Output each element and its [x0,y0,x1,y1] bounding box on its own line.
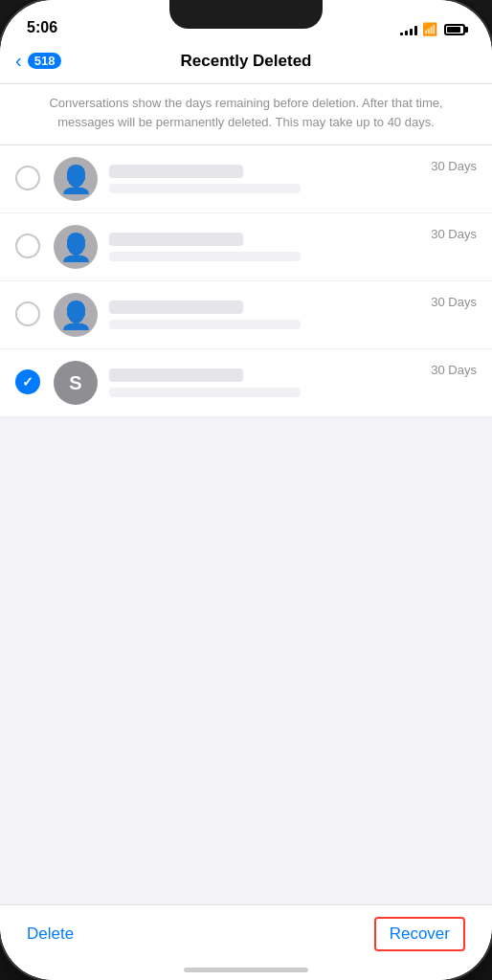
recover-button[interactable]: Recover [374,917,465,951]
checkbox-empty-icon [15,166,40,190]
days-label: 30 Days [431,295,477,309]
person-icon: 👤 [59,300,93,331]
battery-icon [444,24,465,35]
avatar: 👤 [54,157,98,201]
wifi-icon: 📶 [422,22,437,36]
back-button[interactable]: ‹ 518 [15,50,61,72]
conversation-content [109,233,477,261]
conversation-preview-placeholder [109,252,301,261]
person-icon: 👤 [59,164,93,195]
checkbox-empty-icon [15,234,40,258]
page-title: Recently Deleted [181,52,312,71]
home-indicator [184,968,308,972]
back-badge: 518 [28,53,62,69]
days-label: 30 Days [431,227,477,241]
status-icons: 📶 [400,22,465,36]
back-chevron-icon: ‹ [15,50,22,72]
delete-button[interactable]: Delete [27,924,74,944]
checkbox-checked-icon: ✓ [15,369,40,394]
list-item[interactable]: 👤 30 Days [0,281,492,349]
conversation-name-placeholder [109,301,243,314]
conversation-preview-placeholder [109,388,301,397]
conversation-content [109,165,477,193]
person-icon: 👤 [59,232,93,263]
days-label: 30 Days [431,363,477,377]
navigation-bar: ‹ 518 Recently Deleted [0,42,492,84]
checkbox-3[interactable] [15,301,42,328]
avatar: S [54,361,98,405]
days-label: 30 Days [431,159,477,173]
conversation-preview-placeholder [109,320,301,329]
checkbox-1[interactable] [15,166,42,192]
conversation-name-placeholder [109,165,243,178]
list-item[interactable]: 👤 30 Days [0,145,492,213]
status-time: 5:06 [27,19,57,36]
checkbox-empty-icon [15,301,40,326]
checkbox-2[interactable] [15,234,42,260]
list-item[interactable]: 👤 30 Days [0,213,492,281]
avatar-letter: S [69,372,81,394]
conversation-content [109,301,477,329]
avatar: 👤 [54,225,98,269]
avatar: 👤 [54,293,98,337]
checkbox-4[interactable]: ✓ [15,369,42,396]
signal-bars-icon [400,24,417,35]
conversation-name-placeholder [109,368,243,382]
conversation-name-placeholder [109,233,243,246]
conversation-content [109,368,477,397]
info-text: Conversations show the days remaining be… [0,84,492,145]
list-item[interactable]: ✓ S 30 Days [0,349,492,417]
conversation-list: 👤 30 Days 👤 30 [0,145,492,417]
conversation-preview-placeholder [109,184,301,193]
